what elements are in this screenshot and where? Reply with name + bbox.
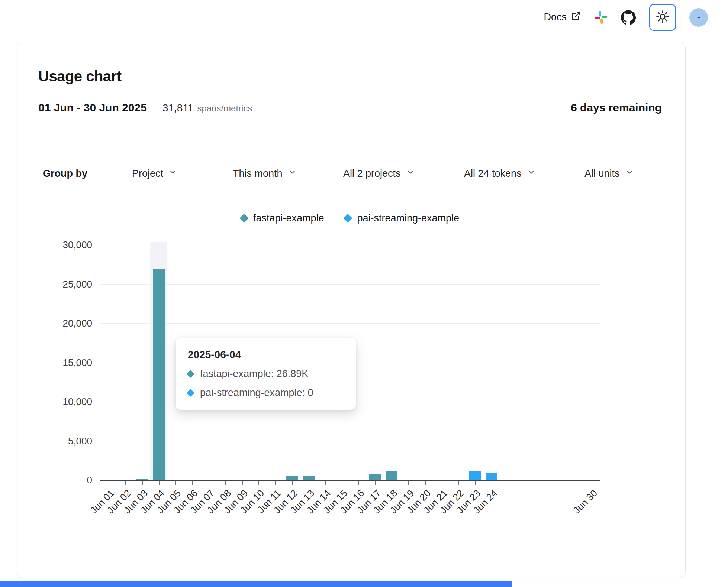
gridline <box>100 441 600 441</box>
chevron-down-icon <box>625 168 634 179</box>
x-axis-tick <box>442 481 442 485</box>
bar-fastapi-example-Jun-03[interactable] <box>136 479 148 480</box>
docs-link-label: Docs <box>544 12 567 23</box>
filter-label: All 24 tokens <box>464 168 522 179</box>
x-axis-tick <box>242 481 243 485</box>
series-diamond-icon <box>239 214 248 223</box>
theme-toggle-button[interactable] <box>649 4 676 31</box>
tooltip-title: 2025-06-04 <box>188 349 344 361</box>
x-axis-tick <box>458 481 459 485</box>
legend-label: pai-streaming-example <box>357 213 459 224</box>
tooltip-row-label: fastapi-example: 26.89K <box>200 368 308 380</box>
bar-fastapi-example-Jun-13[interactable] <box>303 476 315 480</box>
chart-legend: fastapi-examplepai-streaming-example <box>100 211 600 225</box>
x-axis-tick <box>275 481 276 485</box>
page-title: Usage chart <box>38 68 121 85</box>
chevron-down-icon <box>406 168 415 179</box>
x-axis-tick <box>592 481 592 485</box>
y-axis-tick-label: 15,000 <box>62 357 92 368</box>
filter-projects[interactable]: All 2 projects <box>343 168 415 179</box>
github-icon[interactable] <box>621 10 636 25</box>
x-axis-tick <box>358 481 359 485</box>
external-link-icon <box>571 11 581 23</box>
bar-pai-streaming-example-Jun-24[interactable] <box>486 473 497 480</box>
filter-label: All 2 projects <box>343 168 401 179</box>
bottom-strip <box>0 581 512 587</box>
chevron-down-icon <box>527 168 536 179</box>
series-diamond-icon <box>344 214 352 223</box>
y-axis-tick-label: 20,000 <box>62 318 92 329</box>
chevron-down-icon <box>168 168 177 179</box>
bar-pai-streaming-example-Jun-23[interactable] <box>469 471 481 480</box>
series-diamond-icon <box>187 389 194 397</box>
tooltip-row: pai-streaming-example: 0 <box>188 387 344 399</box>
x-axis-tick <box>125 481 126 485</box>
x-axis-tick <box>192 481 193 485</box>
stats-row: 01 Jun - 30 Jun 2025 31,811 spans/metric… <box>38 101 662 114</box>
x-axis-tick <box>392 481 392 485</box>
filter-date-range[interactable]: This month <box>233 168 297 179</box>
x-axis-tick <box>209 481 209 485</box>
x-axis-tick <box>408 481 409 485</box>
usage-card: Usage chart 01 Jun - 30 Jun 2025 31,811 … <box>17 42 686 578</box>
y-axis-tick-label: 25,000 <box>62 278 92 290</box>
bar-fastapi-example-Jun-18[interactable] <box>386 471 397 480</box>
filter-tokens[interactable]: All 24 tokens <box>464 168 536 179</box>
legend-label: fastapi-example <box>253 213 324 224</box>
slack-icon[interactable] <box>594 11 608 24</box>
divider <box>38 137 663 137</box>
date-range: 01 Jun - 30 Jun 2025 <box>38 101 147 114</box>
avatar-label: - <box>697 12 700 23</box>
series-diamond-icon <box>187 370 194 378</box>
x-axis-tick <box>492 481 492 485</box>
y-axis-tick-label: 30,000 <box>62 239 92 251</box>
filters-row: Group by Project This month All 2 projec… <box>17 159 685 188</box>
x-axis-tick <box>475 481 476 485</box>
bar-fastapi-example-Jun-04[interactable] <box>153 269 165 480</box>
legend-item-fastapi-example[interactable]: fastapi-example <box>241 213 324 224</box>
chart-tooltip: 2025-06-04 fastapi-example: 26.89K pai-s… <box>176 338 356 410</box>
x-axis-tick <box>159 481 160 485</box>
docs-link[interactable]: Docs <box>544 11 581 23</box>
vertical-divider <box>112 159 112 188</box>
total-unit: spans/metrics <box>197 103 252 114</box>
x-axis-tick <box>175 481 176 485</box>
avatar[interactable]: - <box>689 8 708 27</box>
legend-item-pai-streaming-example[interactable]: pai-streaming-example <box>345 213 459 224</box>
x-axis-tick <box>342 481 342 485</box>
x-axis-tick <box>375 481 376 485</box>
tooltip-row-label: pai-streaming-example: 0 <box>200 387 313 399</box>
filter-label: Project <box>132 168 163 179</box>
x-axis-tick <box>258 481 259 485</box>
total-count: 31,811 <box>162 102 194 114</box>
tooltip-row: fastapi-example: 26.89K <box>188 368 344 380</box>
gridline <box>100 323 600 324</box>
x-axis-tick <box>109 481 109 485</box>
bar-fastapi-example-Jun-17[interactable] <box>369 474 381 480</box>
days-remaining: 6 days remaining <box>571 101 662 114</box>
filter-label: All units <box>584 168 620 179</box>
filter-units[interactable]: All units <box>584 168 634 179</box>
x-axis-tick <box>325 481 326 485</box>
gridline <box>100 284 600 285</box>
x-axis-tick <box>292 481 293 485</box>
x-axis-tick <box>309 481 309 485</box>
y-axis-tick-label: 5,000 <box>68 435 92 447</box>
x-axis-tick <box>225 481 226 485</box>
y-axis-tick-label: 10,000 <box>62 396 92 408</box>
filter-label: This month <box>233 168 283 179</box>
top-bar: Docs <box>0 0 728 35</box>
y-axis-tick-label: 0 <box>87 474 92 486</box>
bar-fastapi-example-Jun-12[interactable] <box>286 476 298 480</box>
filter-group-by-project[interactable]: Project <box>132 168 177 179</box>
sun-icon <box>656 10 669 25</box>
x-axis-tick <box>142 481 143 485</box>
gridline <box>100 245 600 245</box>
x-axis-tick-label: Jun 30 <box>571 487 599 516</box>
x-axis-tick <box>425 481 426 485</box>
group-by-label: Group by <box>43 168 87 179</box>
chevron-down-icon <box>288 168 297 179</box>
